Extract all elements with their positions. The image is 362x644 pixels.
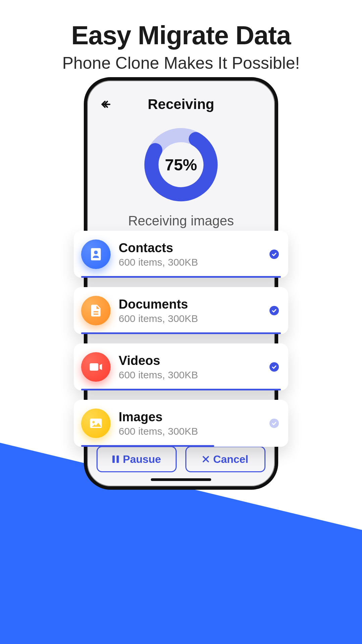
progress-percent-label: 75% xyxy=(142,126,220,203)
page-title: Receiving xyxy=(148,96,214,112)
category-card-contacts[interactable]: Contacts 600 items, 300KB xyxy=(74,231,288,278)
category-meta: 600 items, 300KB xyxy=(119,369,269,381)
progress-donut: 75% xyxy=(142,126,220,203)
cancel-button[interactable]: Cancel xyxy=(185,446,265,472)
svg-rect-6 xyxy=(116,455,119,463)
pause-icon xyxy=(112,455,119,463)
item-progress-bar xyxy=(81,276,281,278)
close-icon xyxy=(202,456,209,463)
back-button[interactable] xyxy=(98,96,114,112)
category-card-documents[interactable]: Documents 600 items, 300KB xyxy=(74,287,288,334)
category-name: Documents xyxy=(119,297,269,312)
category-card-videos[interactable]: Videos 600 items, 300KB xyxy=(74,343,288,390)
promo-title: Easy Migrate Data xyxy=(0,20,362,51)
status-text: Receiving images xyxy=(97,213,265,228)
pause-button[interactable]: Pausue xyxy=(97,446,177,472)
check-icon xyxy=(269,250,279,259)
check-icon xyxy=(269,362,279,372)
item-progress-bar xyxy=(81,332,281,334)
pause-button-label: Pausue xyxy=(123,453,161,466)
cancel-button-label: Cancel xyxy=(213,453,248,466)
image-icon xyxy=(81,409,111,438)
category-meta: 600 items, 300KB xyxy=(119,257,269,268)
item-progress-bar xyxy=(81,389,281,390)
page-header: Receiving xyxy=(97,93,265,116)
promo-subtitle: Phone Clone Makes It Possible! xyxy=(0,53,362,73)
category-name: Videos xyxy=(119,354,269,368)
category-name: Contacts xyxy=(119,241,269,255)
category-meta: 600 items, 300KB xyxy=(119,426,269,437)
category-meta: 600 items, 300KB xyxy=(119,313,269,324)
contacts-icon xyxy=(81,239,111,269)
category-cards: Contacts 600 items, 300KB Documents 600 … xyxy=(74,231,288,447)
category-name: Images xyxy=(119,410,269,424)
home-indicator xyxy=(151,478,211,481)
check-icon xyxy=(269,306,279,315)
svg-rect-5 xyxy=(112,455,115,463)
category-card-images[interactable]: Images 600 items, 300KB xyxy=(74,400,288,447)
check-icon xyxy=(269,419,279,428)
video-icon xyxy=(81,352,111,382)
arrow-left-icon xyxy=(100,99,112,110)
item-progress-bar xyxy=(81,445,214,447)
document-icon xyxy=(81,296,111,325)
